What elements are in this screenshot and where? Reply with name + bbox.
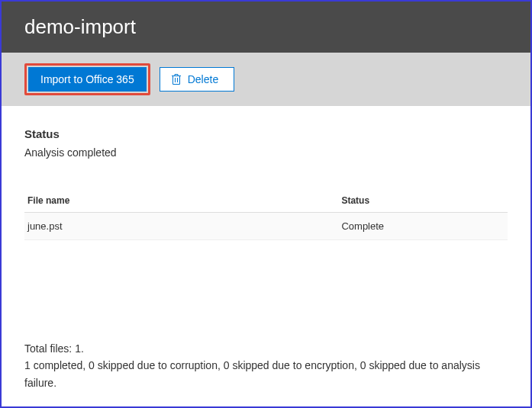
import-button[interactable]: Import to Office 365	[28, 67, 147, 92]
cell-filename: june.pst	[24, 213, 338, 240]
col-header-filename: File name	[24, 189, 338, 213]
toolbar: Import to Office 365 Delete	[2, 53, 530, 106]
status-heading: Status	[24, 127, 508, 140]
files-table: File name Status june.pst Complete	[24, 189, 508, 240]
cell-status: Complete	[338, 213, 508, 240]
highlight-box: Import to Office 365	[24, 63, 150, 95]
import-button-label: Import to Office 365	[40, 73, 134, 85]
table-row: june.pst Complete	[24, 213, 508, 240]
status-text: Analysis completed	[24, 146, 508, 159]
content-area: Status Analysis completed File name Stat…	[2, 106, 530, 406]
spacer	[24, 240, 508, 340]
page-header: demo-import	[2, 2, 530, 53]
page-title: demo-import	[24, 15, 136, 38]
delete-button[interactable]: Delete	[160, 67, 234, 92]
summary-breakdown: 1 completed, 0 skipped due to corruption…	[24, 357, 508, 391]
col-header-status: Status	[338, 189, 508, 213]
trash-icon	[171, 73, 182, 85]
delete-button-label: Delete	[188, 73, 218, 85]
summary-total: Total files: 1.	[24, 340, 508, 357]
summary: Total files: 1. 1 completed, 0 skipped d…	[24, 340, 508, 391]
